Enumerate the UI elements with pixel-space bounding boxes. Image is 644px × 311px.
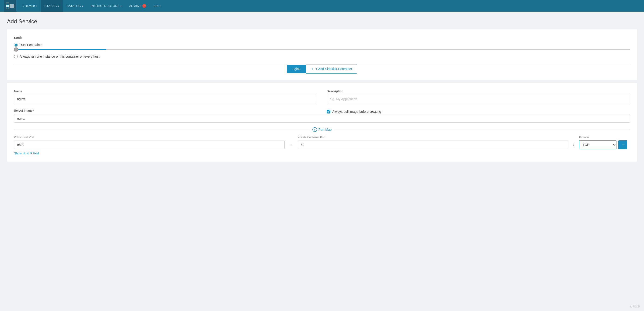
nav-logo[interactable]	[4, 0, 16, 12]
infrastructure-caret: ▾	[120, 5, 122, 7]
admin-caret: ▾	[140, 5, 142, 7]
private-container-port-input[interactable]	[298, 141, 568, 149]
home-icon: ⌂	[22, 4, 24, 8]
always-pull-checkbox[interactable]	[327, 110, 330, 114]
scale-label: Scale	[14, 36, 630, 40]
svg-rect-2	[10, 4, 14, 8]
nav-home[interactable]: ⌂ Default ▾	[18, 0, 41, 12]
port-map-headers: Public Host Port Private Container Port …	[14, 136, 630, 139]
name-field: Name	[14, 89, 317, 103]
scale-option-2-row: Always run one instance of this containe…	[14, 55, 630, 58]
page-title: Add Service	[7, 18, 637, 25]
tab-nginx[interactable]: nginx	[287, 65, 306, 73]
plus-circle-icon: +	[312, 127, 317, 132]
show-host-ip-link[interactable]: Show Host IP field	[14, 152, 39, 155]
image-section: Select Image* Always pull image before c…	[14, 109, 630, 114]
scale-always-label: Always run one instance of this containe…	[20, 55, 100, 58]
description-field: Description	[327, 89, 630, 103]
public-host-port-input[interactable]	[14, 141, 285, 149]
protocol-header: Protocol	[579, 136, 616, 139]
select-image-input[interactable]	[14, 114, 630, 123]
api-caret: ▾	[160, 5, 161, 7]
stacks-caret: ▾	[58, 5, 59, 7]
arrow-icon: ›	[286, 143, 296, 147]
nav-catalog[interactable]: CATALOG ▾	[63, 0, 87, 12]
select-image-label: Select Image*	[14, 109, 317, 112]
scale-option-1-row: Run 1 container	[14, 43, 630, 47]
nav-stacks[interactable]: STACKS ▾	[41, 0, 63, 12]
plus-icon: ＋	[311, 67, 314, 71]
select-image-input-row	[14, 114, 630, 123]
nav-api[interactable]: API ▾	[150, 0, 164, 12]
form-card: Name Description Select Image* Always pu…	[7, 83, 637, 162]
catalog-caret: ▾	[82, 5, 83, 7]
add-port-map-button[interactable]: + Port Map	[310, 127, 334, 132]
public-host-port-header: Public Host Port	[14, 136, 285, 139]
slash-divider: /	[570, 143, 577, 147]
name-input[interactable]	[14, 95, 317, 103]
private-container-port-header: Private Container Port	[298, 136, 568, 139]
svg-rect-3	[6, 3, 9, 5]
port-map-divider: + Port Map	[14, 127, 630, 132]
always-pull-label: Always pull image before creating	[332, 110, 381, 114]
scale-card: Scale Run 1 container Always run one ins…	[7, 30, 637, 80]
nav-infrastructure[interactable]: INFRASTRUCTURE ▾	[87, 0, 126, 12]
scale-always-radio[interactable]	[14, 55, 18, 58]
scale-run-1-radio[interactable]	[14, 43, 18, 47]
name-label: Name	[14, 89, 317, 93]
name-description-row: Name Description	[14, 89, 630, 103]
scale-slider-row	[14, 49, 630, 50]
tabs-row: nginx ＋ + Add Sidekick Container	[14, 64, 630, 74]
home-caret: ▾	[36, 5, 37, 7]
description-input[interactable]	[327, 95, 630, 103]
description-label: Description	[327, 89, 630, 93]
scale-slider[interactable]	[14, 49, 630, 50]
remove-port-button[interactable]: −	[618, 140, 627, 149]
svg-rect-4	[6, 7, 9, 9]
select-image-field: Select Image*	[14, 109, 317, 114]
navbar: ⌂ Default ▾ STACKS ▾ CATALOG ▾ INFRASTRU…	[0, 0, 644, 12]
always-pull-row: Always pull image before creating	[327, 109, 630, 114]
protocol-select[interactable]: TCP UDP	[579, 140, 616, 149]
port-map-row: › / TCP UDP −	[14, 140, 630, 149]
admin-badge: !	[142, 4, 146, 8]
tab-add-sidekick[interactable]: ＋ + Add Sidekick Container	[306, 64, 357, 74]
scale-run-1-label: Run 1 container	[20, 43, 43, 47]
nav-admin[interactable]: ADMIN ▾ !	[125, 0, 150, 12]
